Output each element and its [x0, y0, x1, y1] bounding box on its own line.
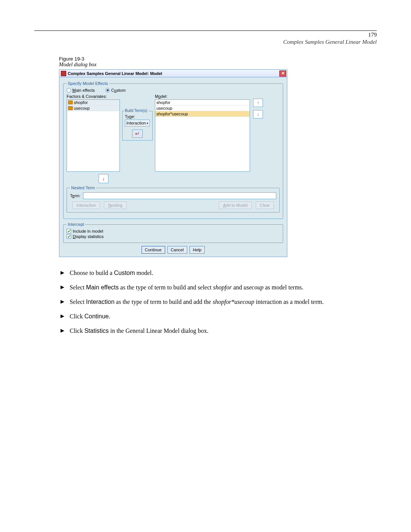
arrow-up-icon: ↑	[257, 100, 259, 105]
intercept-group: Intercept ✔ Include in model ✔ Display s…	[63, 222, 283, 243]
factor-name: shopfor	[74, 100, 88, 105]
variable-icon	[68, 101, 73, 104]
list-item[interactable]: usecoup	[155, 105, 250, 111]
app-icon	[61, 71, 66, 76]
radio-icon	[105, 88, 110, 93]
factors-label: Factors & Covariates:	[67, 94, 120, 99]
interaction-button[interactable]: Interaction	[72, 201, 100, 209]
specify-model-effects-group: Specify Model Effects Main effects Custo…	[63, 81, 283, 219]
radio-custom-label: Custom	[111, 88, 126, 93]
add-to-model-button[interactable]: Add to Model	[219, 201, 252, 209]
arrow-down-icon: ↓	[102, 176, 105, 182]
build-terms-legend: Build Term(s)	[124, 109, 148, 113]
clear-button[interactable]: Clear	[256, 201, 274, 209]
include-label: Include in model	[73, 229, 103, 233]
checkbox-display[interactable]: ✔	[67, 234, 71, 239]
variable-icon	[68, 106, 73, 110]
radio-main-effects[interactable]: Main effects	[67, 88, 95, 93]
factor-name: usecoup	[74, 106, 90, 110]
type-dropdown[interactable]: Interaction ▾	[125, 120, 150, 126]
list-item[interactable]: shopfor*usecoup	[155, 111, 250, 117]
model-label: Model:	[155, 94, 250, 99]
specify-legend: Specify Model Effects	[67, 81, 109, 86]
step-item: Select Interaction as the type of term t…	[59, 297, 377, 307]
factors-listbox[interactable]: shopfor usecoup	[67, 99, 120, 172]
chevron-down-icon: ▾	[147, 121, 148, 125]
display-label: Display statistics	[73, 234, 104, 239]
top-rule	[34, 30, 377, 31]
checkbox-include[interactable]: ✔	[67, 229, 71, 233]
radio-custom[interactable]: Custom	[105, 88, 126, 93]
help-button[interactable]: Help	[190, 246, 205, 254]
step-item: Click Continue.	[59, 312, 377, 321]
arrow-down-icon: ↓	[257, 112, 259, 117]
term-input[interactable]	[83, 192, 276, 199]
figure-description: Model dialog box	[59, 62, 377, 68]
nested-legend: Nested Term	[70, 185, 96, 190]
page-number: 179	[34, 32, 377, 38]
chapter-title: Complex Samples General Linear Model	[34, 39, 377, 45]
dropdown-value: Interaction	[126, 121, 146, 125]
dialog-titlebar: Complex Samples General Linear Model: Mo…	[59, 70, 287, 77]
move-up-button[interactable]: ↑	[253, 99, 263, 107]
nested-term-group: Nested Term Term: Interaction Nesting	[67, 185, 280, 212]
type-label: Type:	[125, 114, 150, 119]
build-terms-group: Build Term(s) Type: Interaction ▾ ↵	[122, 111, 153, 141]
model-listbox[interactable]: shopfor usecoup shopfor*usecoup	[155, 99, 250, 172]
figure-label: Figure 19-3	[59, 56, 377, 62]
dialog-title: Complex Samples General Linear Model: Mo…	[68, 71, 162, 76]
nesting-button[interactable]: Nesting	[104, 201, 126, 209]
enter-arrow-icon: ↵	[135, 131, 140, 137]
list-item[interactable]: shopfor	[67, 100, 119, 105]
list-item[interactable]: shopfor	[155, 100, 250, 105]
add-term-button[interactable]: ↵	[132, 129, 143, 138]
step-item: Click Statistics in the General Linear M…	[59, 326, 377, 335]
cancel-button[interactable]: Cancel	[167, 246, 187, 254]
move-to-nested-button[interactable]: ↓	[99, 174, 108, 183]
list-item[interactable]: usecoup	[67, 105, 119, 111]
radio-icon	[67, 88, 71, 93]
continue-button[interactable]: Continue	[142, 246, 165, 254]
intercept-legend: Intercept	[67, 222, 85, 227]
close-icon: ✕	[281, 71, 285, 75]
model-dialog: Complex Samples General Linear Model: Mo…	[59, 69, 287, 257]
term-label: Term:	[70, 193, 81, 198]
close-button[interactable]: ✕	[279, 70, 286, 77]
radio-main-label: Main effects	[72, 88, 95, 93]
step-item: Select Main effects as the type of term …	[59, 283, 377, 292]
move-down-button[interactable]: ↓	[253, 110, 263, 118]
step-item: Choose to build a Custom model.	[59, 268, 377, 278]
